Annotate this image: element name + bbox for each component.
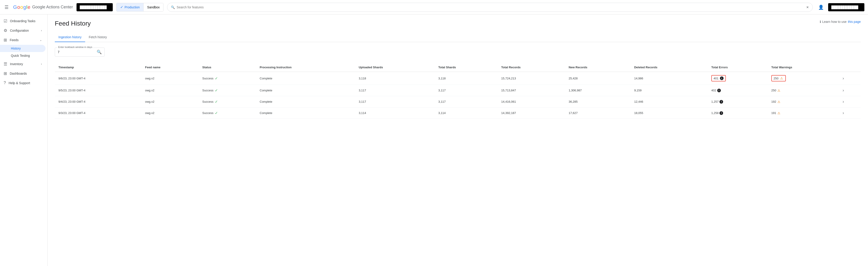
table-row: 9/5/23, 23:00 GMT-4owg.v2Success✓Complet… bbox=[55, 85, 861, 96]
success-icon: ✓ bbox=[215, 111, 218, 115]
cell-total-records: 15,724,213 bbox=[498, 72, 565, 85]
sidebar-item-feeds[interactable]: ⊞ Feeds ⌄ bbox=[0, 35, 45, 45]
menu-icon[interactable]: ☰ bbox=[4, 4, 9, 11]
search-input[interactable] bbox=[177, 5, 804, 9]
tab-ingestion-history[interactable]: Ingestion history bbox=[55, 33, 85, 42]
info-circle-icon: ℹ bbox=[820, 20, 821, 24]
topbar: ☰ Google Google Actions Center █████████… bbox=[0, 0, 868, 14]
tabs-container: Ingestion history Fetch history bbox=[55, 33, 861, 42]
cell-nav[interactable]: › bbox=[839, 72, 861, 85]
tab-fetch-history[interactable]: Fetch history bbox=[85, 33, 111, 42]
cell-new-records: 17,627 bbox=[565, 107, 630, 119]
cell-status: Success✓ bbox=[199, 96, 256, 107]
cell-total-warnings: 191⚠ bbox=[768, 107, 839, 119]
cell-new-records: 36,285 bbox=[565, 96, 630, 107]
row-nav-arrow[interactable]: › bbox=[843, 88, 844, 93]
warn-icon: ⚠ bbox=[777, 100, 781, 104]
info-icon: i bbox=[719, 111, 723, 115]
cell-uploaded-shards: 3,118 bbox=[355, 72, 435, 85]
cell-feed-name: owg.v2 bbox=[142, 107, 199, 119]
help-icon: ? bbox=[4, 80, 6, 85]
feed-history-table: Timestamp Feed name Status Processing In… bbox=[55, 63, 861, 119]
row-nav-arrow[interactable]: › bbox=[843, 110, 844, 115]
config-icon: ⚙ bbox=[4, 28, 7, 33]
lookback-input[interactable]: 7 bbox=[58, 50, 95, 54]
sidebar: ☑ Onboarding Tasks ⚙ Configuration › ⊞ F… bbox=[0, 14, 48, 266]
row-nav-arrow[interactable]: › bbox=[843, 99, 844, 104]
cell-total-warnings: 250⚠ bbox=[768, 85, 839, 96]
warn-icon: ⚠ bbox=[777, 89, 781, 92]
col-uploaded-shards: Uploaded Shards bbox=[355, 63, 435, 72]
table-row: 9/3/23, 23:00 GMT-4owg.v2Success✓Complet… bbox=[55, 107, 861, 119]
cell-deleted-records: 14,986 bbox=[630, 72, 708, 85]
sidebar-item-history[interactable]: History bbox=[0, 45, 45, 52]
sandbox-label: Sandbox bbox=[147, 5, 160, 9]
sidebar-label-help: Help & Support bbox=[9, 81, 30, 85]
account-name: ████████████ bbox=[831, 5, 858, 9]
sidebar-label-configuration: Configuration bbox=[10, 29, 29, 32]
cell-uploaded-shards: 3,117 bbox=[355, 96, 435, 107]
page-header: Feed History ℹ Learn how to use this pag… bbox=[55, 20, 861, 27]
clear-search-icon[interactable]: ✕ bbox=[806, 5, 809, 9]
cell-total-records: 14,416,061 bbox=[498, 96, 565, 107]
sidebar-label-onboarding: Onboarding Tasks bbox=[10, 19, 35, 23]
sidebar-item-dashboards[interactable]: ⊞ Dashboards bbox=[0, 69, 45, 78]
lookback-input-row: 7 🔍 bbox=[58, 49, 102, 55]
cell-total-errors: 402i bbox=[708, 85, 768, 96]
tab-ingestion-label: Ingestion history bbox=[58, 35, 82, 39]
project-selector[interactable]: ████████████ bbox=[76, 3, 113, 11]
account-icon[interactable]: 👤 bbox=[816, 3, 826, 12]
warnings-value: 192 bbox=[771, 100, 776, 103]
cell-total-shards: 3,117 bbox=[435, 96, 498, 107]
cell-status: Success✓ bbox=[199, 107, 256, 119]
col-feed-name: Feed name bbox=[142, 63, 199, 72]
cell-timestamp: 9/6/23, 23:00 GMT-4 bbox=[55, 72, 142, 85]
app-layout: ☑ Onboarding Tasks ⚙ Configuration › ⊞ F… bbox=[0, 14, 868, 266]
sidebar-label-feeds: Feeds bbox=[10, 38, 19, 42]
help-link[interactable]: this page bbox=[848, 20, 861, 24]
col-new-records: New Records bbox=[565, 63, 630, 72]
tab-fetch-label: Fetch history bbox=[89, 35, 107, 39]
account-selector[interactable]: ████████████ bbox=[828, 3, 864, 11]
cell-total-records: 14,392,187 bbox=[498, 107, 565, 119]
cell-nav[interactable]: › bbox=[839, 107, 861, 119]
warnings-value: 250 bbox=[774, 77, 779, 80]
cell-new-records: 1,306,987 bbox=[565, 85, 630, 96]
warnings-value: 191 bbox=[771, 111, 776, 115]
sidebar-item-quick-testing[interactable]: Quick Testing bbox=[0, 52, 45, 59]
errors-value: 1,258 bbox=[711, 111, 719, 115]
cell-total-errors: 1,258i bbox=[708, 107, 768, 119]
sidebar-label-inventory: Inventory bbox=[10, 62, 23, 66]
success-icon: ✓ bbox=[215, 100, 218, 104]
onboarding-icon: ☑ bbox=[4, 19, 7, 24]
success-icon: ✓ bbox=[215, 88, 218, 93]
cell-uploaded-shards: 3,117 bbox=[355, 85, 435, 96]
feeds-icon: ⊞ bbox=[4, 38, 7, 42]
warnings-value: 250 bbox=[771, 89, 776, 92]
row-nav-arrow[interactable]: › bbox=[843, 76, 844, 80]
sandbox-btn[interactable]: Sandbox bbox=[144, 3, 163, 11]
chevron-right-icon-inv: › bbox=[41, 62, 42, 66]
info-icon: i bbox=[717, 89, 721, 92]
cell-timestamp: 9/5/23, 23:00 GMT-4 bbox=[55, 85, 142, 96]
page-help: ℹ Learn how to use this page bbox=[820, 20, 861, 24]
sidebar-item-inventory[interactable]: ☰ Inventory › bbox=[0, 59, 45, 69]
chevron-down-icon: ⌄ bbox=[40, 38, 42, 42]
sidebar-item-help[interactable]: ? Help & Support bbox=[0, 78, 45, 88]
table-row: 9/4/23, 23:00 GMT-4owg.v2Success✓Complet… bbox=[55, 96, 861, 107]
env-switcher: ✓ Production Sandbox bbox=[116, 3, 163, 11]
cell-nav[interactable]: › bbox=[839, 96, 861, 107]
cell-deleted-records: 12,446 bbox=[630, 96, 708, 107]
production-btn[interactable]: ✓ Production bbox=[117, 3, 144, 11]
topbar-right: 👤 ████████████ bbox=[816, 3, 864, 12]
sidebar-item-configuration[interactable]: ⚙ Configuration › bbox=[0, 26, 45, 35]
cell-total-records: 15,713,847 bbox=[498, 85, 565, 96]
lookback-search-btn[interactable]: 🔍 bbox=[97, 49, 102, 55]
cell-deleted-records: 18,055 bbox=[630, 107, 708, 119]
help-text: Learn how to use bbox=[822, 20, 846, 24]
cell-uploaded-shards: 3,114 bbox=[355, 107, 435, 119]
sidebar-item-onboarding[interactable]: ☑ Onboarding Tasks bbox=[0, 16, 45, 26]
dashboards-icon: ⊞ bbox=[4, 71, 7, 76]
errors-value: 401 bbox=[714, 77, 719, 80]
cell-nav[interactable]: › bbox=[839, 85, 861, 96]
